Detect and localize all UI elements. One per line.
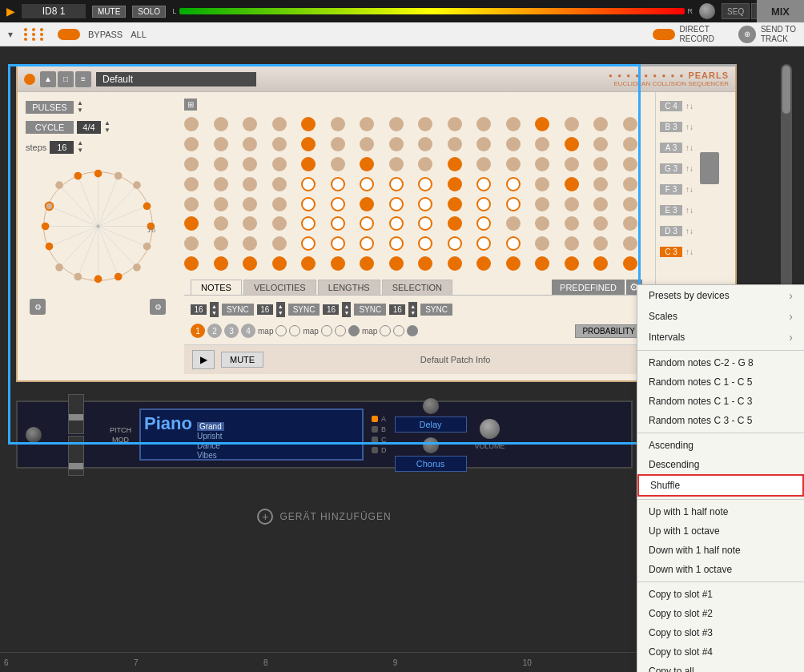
grid-cell-selected[interactable] — [476, 216, 491, 231]
inst-large-knob[interactable] — [26, 427, 42, 443]
grid-cell[interactable] — [418, 157, 432, 171]
steps-down-icon[interactable]: ▼ — [77, 147, 83, 154]
grid-cell[interactable] — [448, 117, 462, 131]
play-arrow-icon[interactable]: ▶ — [6, 5, 15, 18]
note-arrows[interactable]: ↑↓ — [685, 185, 693, 194]
grid-cell[interactable] — [214, 177, 228, 191]
grid-cell[interactable] — [389, 117, 404, 131]
grid-cell[interactable] — [389, 157, 404, 171]
mute-button[interactable]: MUTE — [92, 6, 126, 18]
grid-cell[interactable] — [243, 117, 257, 131]
map-icon-3[interactable] — [321, 325, 332, 336]
sync-button-1[interactable]: SYNC — [222, 304, 254, 316]
ctx-copy-slot-4[interactable]: Copy to slot #4 — [637, 642, 804, 662]
slot-2-circle[interactable]: 2 — [207, 324, 222, 338]
grid-cell[interactable] — [331, 256, 345, 271]
grid-cell[interactable] — [593, 117, 608, 131]
note-g3[interactable]: G 3 — [660, 163, 682, 174]
plugin-power-btn[interactable] — [24, 74, 35, 85]
cycle-up-icon[interactable]: ▲ — [104, 120, 111, 127]
grid-cell[interactable] — [593, 197, 608, 211]
grid-cell[interactable] — [623, 117, 637, 131]
grid-cell[interactable] — [272, 256, 287, 271]
map-icon-5[interactable] — [348, 325, 360, 336]
plugin-up-icon[interactable]: ▲ — [40, 71, 56, 87]
ctx-ascending[interactable]: Ascending — [637, 436, 804, 455]
note-arrows[interactable]: ↑↓ — [685, 247, 693, 256]
note-a3[interactable]: A 3 — [660, 143, 682, 153]
grid-cell[interactable] — [535, 256, 549, 271]
note-arrows[interactable]: ↑↓ — [685, 143, 693, 152]
ctx-copy-slot-1[interactable]: Copy to slot #1 — [637, 585, 804, 604]
delay-knob[interactable] — [423, 398, 439, 414]
grid-cell[interactable] — [448, 197, 462, 211]
grid-cell[interactable] — [593, 177, 608, 191]
solo-button[interactable]: SOLO — [132, 6, 166, 18]
sync-button-2[interactable]: SYNC — [288, 304, 320, 316]
map-icon-7[interactable] — [393, 325, 404, 336]
send-to-track-icon[interactable]: ⊕ — [738, 26, 756, 43]
cycle-value[interactable]: 4/4 — [77, 121, 101, 134]
grid-cell[interactable] — [623, 177, 637, 191]
ctx-random-c1-c3[interactable]: Random notes C 1 - C 3 — [637, 392, 804, 411]
grid-cell[interactable] — [214, 197, 228, 211]
grid-cell[interactable] — [272, 137, 287, 151]
grid-cell-selected[interactable] — [506, 197, 521, 211]
grid-cell-selected[interactable] — [389, 236, 404, 251]
grid-cell[interactable] — [565, 236, 579, 251]
grid-cell[interactable] — [448, 216, 462, 231]
grid-cell[interactable] — [360, 117, 374, 131]
note-arrows[interactable]: ↑↓ — [685, 227, 693, 235]
preset-uprisht[interactable]: Uprisht — [197, 432, 224, 441]
euclidean-circle[interactable]: 16 — [36, 164, 160, 288]
grid-cell[interactable] — [506, 256, 521, 271]
grid-cell[interactable] — [243, 177, 257, 191]
ctx-copy-slot-2[interactable]: Copy to slot #2 — [637, 604, 804, 623]
sync-num-4[interactable]: 16 — [389, 304, 405, 315]
grid-cell[interactable] — [272, 117, 287, 131]
plugin-save-icon[interactable]: □ — [58, 71, 74, 87]
chorus-knob[interactable] — [423, 437, 439, 453]
steps-value[interactable]: 16 — [50, 141, 74, 154]
grid-cell[interactable] — [506, 216, 521, 231]
note-e3[interactable]: E 3 — [660, 205, 682, 215]
slot-3-circle[interactable]: 3 — [224, 324, 239, 338]
grid-cell-selected[interactable] — [301, 197, 316, 211]
grid-cell[interactable] — [623, 256, 637, 271]
mod-fader[interactable] — [68, 436, 84, 476]
note-grid[interactable] — [184, 117, 649, 273]
pulses-down-icon[interactable]: ▼ — [77, 107, 83, 114]
grid-cell[interactable] — [272, 177, 287, 191]
grid-cell[interactable] — [476, 256, 491, 271]
grid-cell[interactable] — [389, 137, 404, 151]
grid-cell[interactable] — [184, 137, 199, 151]
grid-cell[interactable] — [243, 197, 257, 211]
grid-cell[interactable] — [272, 216, 287, 231]
map-icon-1[interactable] — [275, 325, 287, 336]
ctx-copy-all[interactable]: Copy to all — [637, 662, 804, 672]
grid-cell-selected[interactable] — [506, 177, 521, 191]
grid-cell-selected[interactable] — [331, 177, 345, 191]
sync-arrows-2[interactable]: ▲ ▼ — [276, 302, 285, 317]
grid-cell-selected[interactable] — [476, 236, 491, 251]
grid-cell[interactable] — [565, 177, 579, 191]
grid-cell[interactable] — [214, 216, 228, 231]
sync-num-2[interactable]: 16 — [257, 304, 273, 315]
grid-cell[interactable] — [593, 137, 608, 151]
grid-cell[interactable] — [360, 157, 374, 171]
slot-4-circle[interactable]: 4 — [241, 324, 255, 338]
note-b3[interactable]: B 3 — [660, 122, 682, 132]
grid-cell[interactable] — [184, 117, 199, 131]
grid-cell[interactable] — [565, 157, 579, 171]
bypass-toggle[interactable] — [58, 29, 80, 40]
grid-cell[interactable] — [214, 137, 228, 151]
ctx-descending[interactable]: Descending — [637, 455, 804, 474]
grid-cell-selected[interactable] — [301, 236, 316, 251]
ctx-intervals[interactable]: Intervals — [637, 327, 804, 348]
add-device-row[interactable]: + GERÄT HINZUFÜGEN — [16, 497, 633, 537]
tab-notes[interactable]: NOTES — [191, 280, 242, 295]
pulses-up-icon[interactable]: ▲ — [77, 100, 83, 107]
grid-cell-selected[interactable] — [360, 177, 374, 191]
volume-knob[interactable] — [480, 419, 500, 439]
grid-cell[interactable] — [623, 197, 637, 211]
